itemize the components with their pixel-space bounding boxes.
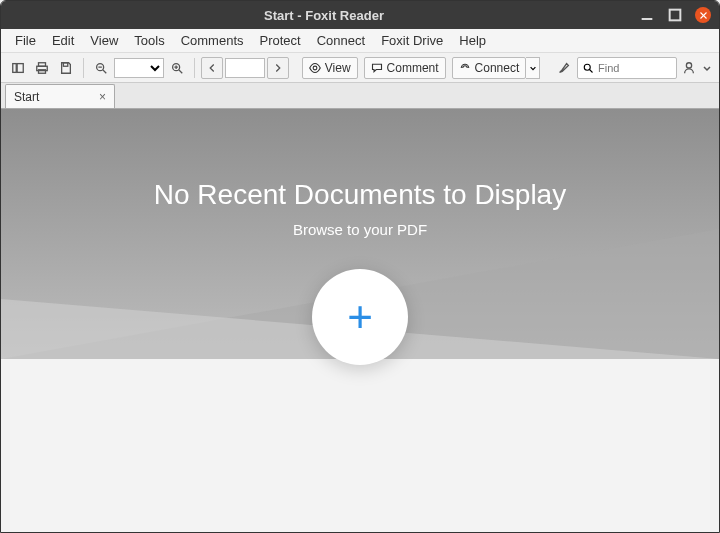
comment-button[interactable]: Comment <box>364 57 446 79</box>
svg-point-20 <box>686 62 691 67</box>
svg-line-14 <box>179 69 183 73</box>
find-input[interactable] <box>598 62 668 74</box>
menu-comments[interactable]: Comments <box>173 31 252 50</box>
view-mode-button[interactable]: View <box>302 57 358 79</box>
start-page: No Recent Documents to Display Browse to… <box>1 109 719 532</box>
comment-label: Comment <box>387 61 439 75</box>
app-window: Start - Foxit Reader File Edit View Tool… <box>0 0 720 533</box>
zoom-in-button[interactable] <box>166 57 188 79</box>
tab-start[interactable]: Start × <box>5 84 115 108</box>
user-dropdown[interactable] <box>701 57 713 79</box>
print-button[interactable] <box>31 57 53 79</box>
svg-rect-1 <box>670 10 681 21</box>
start-subheading: Browse to your PDF <box>1 221 719 238</box>
plus-icon: + <box>347 295 373 339</box>
separator <box>83 58 84 78</box>
start-heading: No Recent Documents to Display <box>1 179 719 211</box>
find-box[interactable] <box>577 57 677 79</box>
svg-rect-8 <box>39 69 46 73</box>
menu-view[interactable]: View <box>82 31 126 50</box>
menu-edit[interactable]: Edit <box>44 31 82 50</box>
window-controls <box>639 7 711 23</box>
menu-help[interactable]: Help <box>451 31 494 50</box>
previous-page-button[interactable] <box>201 57 223 79</box>
menu-file[interactable]: File <box>7 31 44 50</box>
menu-connect[interactable]: Connect <box>309 31 373 50</box>
connect-button[interactable]: Connect <box>452 57 527 79</box>
start-hero-text: No Recent Documents to Display Browse to… <box>1 179 719 238</box>
svg-rect-4 <box>13 63 17 72</box>
zoom-level-select[interactable] <box>114 58 164 78</box>
connect-label: Connect <box>475 61 520 75</box>
svg-line-11 <box>103 69 107 73</box>
view-mode-label: View <box>325 61 351 75</box>
svg-line-19 <box>590 69 593 72</box>
tab-label: Start <box>14 90 39 104</box>
window-title: Start - Foxit Reader <box>9 8 639 23</box>
tab-close-button[interactable]: × <box>99 90 106 104</box>
maximize-button[interactable] <box>667 7 683 23</box>
highlight-button[interactable] <box>553 57 575 79</box>
minimize-button[interactable] <box>639 7 655 23</box>
menu-foxit-drive[interactable]: Foxit Drive <box>373 31 451 50</box>
menubar: File Edit View Tools Comments Protect Co… <box>1 29 719 53</box>
titlebar: Start - Foxit Reader <box>1 1 719 29</box>
user-account-button[interactable] <box>679 58 699 78</box>
close-button[interactable] <box>695 7 711 23</box>
zoom-out-button[interactable] <box>90 57 112 79</box>
open-file-button[interactable] <box>7 57 29 79</box>
search-icon <box>582 62 594 74</box>
save-button[interactable] <box>55 57 77 79</box>
svg-rect-9 <box>63 62 67 66</box>
tabstrip: Start × <box>1 83 719 109</box>
separator <box>194 58 195 78</box>
connect-dropdown[interactable] <box>526 57 540 79</box>
svg-point-18 <box>584 64 590 70</box>
next-page-button[interactable] <box>267 57 289 79</box>
menu-tools[interactable]: Tools <box>126 31 172 50</box>
open-pdf-button[interactable]: + <box>312 269 408 365</box>
toolbar: View Comment Connect <box>1 53 719 83</box>
svg-point-17 <box>313 66 317 70</box>
menu-protect[interactable]: Protect <box>252 31 309 50</box>
svg-rect-5 <box>17 63 23 72</box>
page-number-input[interactable] <box>225 58 265 78</box>
